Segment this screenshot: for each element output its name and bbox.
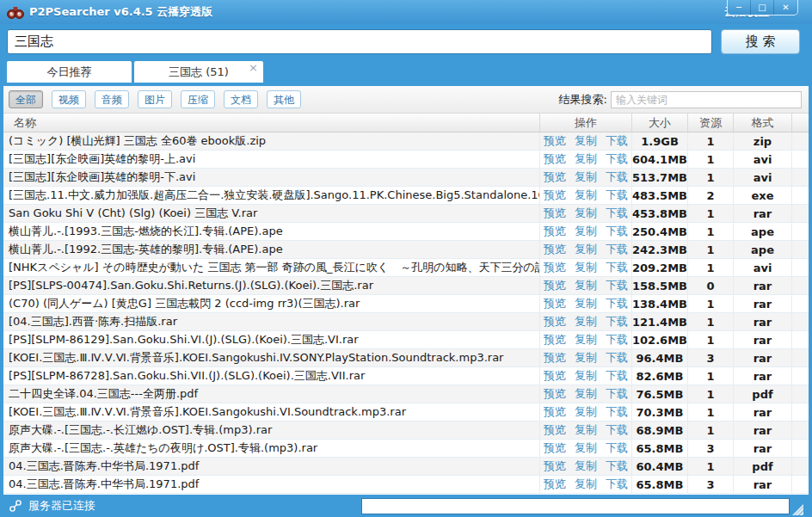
- table-row[interactable]: 横山菁儿.-.[1992.三国志-英雄的黎明].专辑.(APE).ape 预览 …: [3, 241, 809, 259]
- download-link[interactable]: 下载: [606, 224, 628, 239]
- table-row[interactable]: 04.三国志.晋陈寿.中华书局.1971.pdf 预览 复制 下载 65.8MB…: [3, 476, 809, 494]
- copy-link[interactable]: 复制: [575, 296, 597, 311]
- preview-link[interactable]: 预览: [544, 386, 566, 402]
- table-row[interactable]: [PS][SLPS-00474].San.Goku.Shi.Returns.(J…: [3, 277, 809, 295]
- download-link[interactable]: 下载: [606, 350, 628, 366]
- copy-link[interactable]: 复制: [575, 224, 597, 239]
- download-link[interactable]: 下载: [606, 404, 628, 420]
- filter-button-6[interactable]: 文档: [224, 90, 258, 108]
- download-link[interactable]: 下载: [606, 386, 628, 402]
- download-link[interactable]: 下载: [606, 422, 628, 438]
- table-row[interactable]: [三国志][东企映画]英雄的黎明-上.avi 预览 复制 下载 604.1MB …: [3, 151, 809, 169]
- copy-link[interactable]: 复制: [575, 350, 597, 366]
- download-link[interactable]: 下载: [606, 242, 628, 257]
- preview-link[interactable]: 预览: [544, 133, 566, 149]
- preview-link[interactable]: 预览: [544, 440, 566, 456]
- copy-link[interactable]: 复制: [575, 477, 597, 492]
- copy-link[interactable]: 复制: [575, 133, 597, 149]
- download-link[interactable]: 下载: [606, 169, 628, 185]
- maximize-button[interactable]: □: [751, 0, 774, 15]
- download-link[interactable]: 下载: [606, 278, 628, 293]
- filter-button-4[interactable]: 图片: [138, 90, 172, 108]
- filter-button-7[interactable]: 其他: [267, 90, 301, 108]
- table-row[interactable]: [KOEI.三国志.Ⅲ.Ⅳ.Ⅴ.Ⅵ.背景音乐].KOEI.Sangokushi.…: [3, 403, 809, 422]
- copy-link[interactable]: 复制: [575, 260, 597, 275]
- table-row[interactable]: (C70) (同人ゲーム) [黄忠G] 三国志載閃 2 (ccd-img rr3…: [3, 295, 809, 313]
- download-link[interactable]: 下载: [606, 477, 628, 492]
- copy-link[interactable]: 复制: [575, 422, 597, 438]
- tab-close-icon[interactable]: ×: [249, 62, 258, 73]
- download-link[interactable]: 下载: [606, 459, 628, 474]
- column-header-actions[interactable]: 操作: [539, 114, 631, 132]
- preview-link[interactable]: 预览: [544, 260, 566, 275]
- table-row[interactable]: [04.三国志].西晋·陈寿.扫描版.rar 预览 复制 下载 121.4MB …: [3, 313, 809, 331]
- minimize-button[interactable]: ─: [728, 0, 751, 15]
- preview-link[interactable]: 预览: [544, 151, 566, 167]
- download-link[interactable]: 下载: [606, 440, 628, 456]
- preview-link[interactable]: 预览: [544, 368, 566, 384]
- table-row[interactable]: [PS][SLPM-86728].San.Goku.Shi.VII.(J).(S…: [3, 367, 809, 385]
- search-button[interactable]: 搜 索: [721, 29, 800, 54]
- copy-link[interactable]: 复制: [575, 459, 597, 474]
- download-link[interactable]: 下载: [606, 151, 628, 167]
- column-header-name[interactable]: 名称: [3, 114, 539, 132]
- copy-link[interactable]: 复制: [575, 169, 597, 185]
- status-bar-input[interactable]: [361, 498, 790, 514]
- table-row[interactable]: 原声大碟.-.[三国志.-.长江燃ゆ.OST].专辑.(mp3).rar 预览 …: [3, 422, 809, 440]
- download-link[interactable]: 下载: [606, 368, 628, 384]
- download-link[interactable]: 下载: [606, 296, 628, 311]
- tab-today-recommend[interactable]: 今日推荐: [7, 61, 132, 83]
- copy-link[interactable]: 复制: [575, 404, 597, 420]
- table-row[interactable]: 横山菁儿.-.[1993.三国志-燃烧的长江].专辑.(APE).ape 预览 …: [3, 223, 809, 241]
- table-row[interactable]: 二十四史全译.04.三国志---全两册.pdf 预览 复制 下载 76.5MB …: [3, 385, 809, 403]
- copy-link[interactable]: 复制: [575, 368, 597, 384]
- filter-button-1[interactable]: 全部: [9, 90, 43, 108]
- download-link[interactable]: 下载: [606, 260, 628, 275]
- result-search-input[interactable]: [611, 91, 802, 108]
- download-link[interactable]: 下载: [606, 133, 628, 149]
- preview-link[interactable]: 预览: [544, 278, 566, 293]
- table-row[interactable]: 原声大碟.-.[三国志.-.英雄たちの夜明け.OST].专辑.(mp3).rar…: [3, 440, 809, 458]
- preview-link[interactable]: 预览: [544, 242, 566, 257]
- copy-link[interactable]: 复制: [575, 278, 597, 293]
- preview-link[interactable]: 预览: [544, 188, 566, 203]
- preview-link[interactable]: 预览: [544, 206, 566, 221]
- search-input[interactable]: [7, 29, 712, 54]
- copy-link[interactable]: 复制: [575, 151, 597, 167]
- download-link[interactable]: 下载: [606, 188, 628, 203]
- copy-link[interactable]: 复制: [575, 386, 597, 402]
- preview-link[interactable]: 预览: [544, 350, 566, 366]
- preview-link[interactable]: 预览: [544, 332, 566, 348]
- copy-link[interactable]: 复制: [575, 440, 597, 456]
- preview-link[interactable]: 预览: [544, 422, 566, 438]
- copy-link[interactable]: 复制: [575, 206, 597, 221]
- copy-link[interactable]: 复制: [575, 314, 597, 329]
- table-row[interactable]: [KOEI.三国志.Ⅲ.Ⅳ.Ⅴ.Ⅵ.背景音乐].KOEI.Sangokushi.…: [3, 349, 809, 367]
- table-row[interactable]: San Goku Shi V (Cht) (Slg) (Koei) 三国志 V.…: [3, 205, 809, 223]
- resize-grip[interactable]: [792, 504, 803, 515]
- copy-link[interactable]: 复制: [575, 188, 597, 203]
- table-row[interactable]: [NHKスペシャル] その時歴史が動いた 三国志 第一部 奇跡の風_長江に吹く …: [3, 259, 809, 277]
- table-row[interactable]: [PS][SLPM-86129].San.Goku.Shi.VI.(J).(SL…: [3, 331, 809, 349]
- preview-link[interactable]: 预览: [544, 477, 566, 492]
- table-row[interactable]: [三国志][东企映画]英雄的黎明-下.avi 预览 复制 下载 513.7MB …: [3, 169, 809, 187]
- download-link[interactable]: 下载: [606, 332, 628, 348]
- copy-link[interactable]: 复制: [575, 242, 597, 257]
- preview-link[interactable]: 预览: [544, 459, 566, 474]
- column-header-format[interactable]: 格式: [733, 114, 791, 132]
- table-row[interactable]: (コミック) [横山光輝] 三国志 全60巻 ebook版.zip 预览 复制 …: [3, 132, 809, 151]
- table-row[interactable]: [三国志.11.中文.威力加强版.超高压二合一.独立安装.硬盘版].Sango.…: [3, 187, 809, 205]
- preview-link[interactable]: 预览: [544, 169, 566, 185]
- preview-link[interactable]: 预览: [544, 314, 566, 329]
- preview-link[interactable]: 预览: [544, 224, 566, 239]
- preview-link[interactable]: 预览: [544, 404, 566, 420]
- download-link[interactable]: 下载: [606, 314, 628, 329]
- filter-button-5[interactable]: 压缩: [181, 90, 215, 108]
- preview-link[interactable]: 预览: [544, 296, 566, 311]
- filter-button-2[interactable]: 视频: [52, 90, 86, 108]
- column-header-sources[interactable]: 资源: [687, 114, 733, 132]
- tab-search-result[interactable]: 三国志 (51) ×: [134, 61, 263, 83]
- table-row[interactable]: 04.三国志.晋陈寿.中华书局.1971.pdf 预览 复制 下载 60.4MB…: [3, 458, 809, 476]
- close-button[interactable]: ✕: [774, 0, 797, 15]
- filter-button-3[interactable]: 音频: [95, 90, 129, 108]
